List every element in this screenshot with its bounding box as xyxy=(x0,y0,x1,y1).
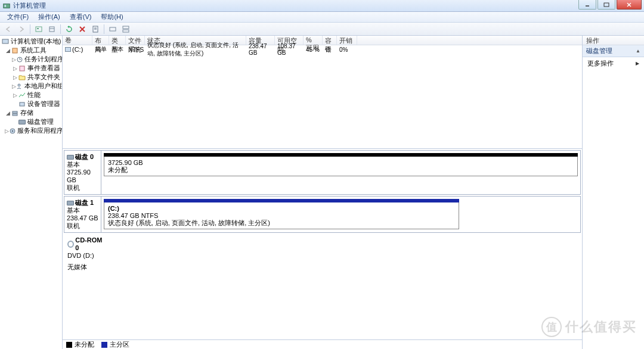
back-button[interactable] xyxy=(2,24,14,35)
col-percent[interactable]: % 可用 xyxy=(304,36,323,45)
toolbar xyxy=(0,23,644,36)
computer-icon xyxy=(1,38,10,46)
disk-icon xyxy=(67,155,74,160)
cd-icon xyxy=(67,241,74,248)
svg-rect-18 xyxy=(2,39,8,43)
close-button[interactable] xyxy=(617,0,642,10)
event-icon xyxy=(18,64,26,73)
toolbar-separator xyxy=(60,24,61,34)
svg-rect-27 xyxy=(13,114,17,116)
delete-button[interactable] xyxy=(76,24,88,35)
legend-primary: 主分区 xyxy=(101,340,129,349)
app-icon xyxy=(2,2,11,10)
minimize-button[interactable] xyxy=(578,0,596,10)
expand-icon[interactable]: ▷ xyxy=(12,74,18,80)
perf-icon xyxy=(18,91,26,99)
svg-rect-8 xyxy=(49,27,54,32)
volume-icon xyxy=(65,47,71,52)
collapse-icon: ▲ xyxy=(636,48,640,54)
toolbar-separator xyxy=(104,24,104,34)
tools-icon xyxy=(11,46,19,55)
tree-diskmgmt[interactable]: 磁盘管理 xyxy=(0,117,62,126)
actions-more[interactable]: 更多操作 ▶ xyxy=(583,57,644,70)
tree-services[interactable]: ▷ 服务和应用程序 xyxy=(0,126,62,135)
svg-point-29 xyxy=(12,130,14,132)
tree-systools[interactable]: ◢ 系统工具 xyxy=(0,46,62,55)
svg-rect-15 xyxy=(110,27,116,31)
expand-icon[interactable]: ▷ xyxy=(12,66,18,71)
svg-rect-17 xyxy=(123,30,129,32)
disk-1-partition-c[interactable]: (C:) 238.47 GB NTFS 状态良好 (系统, 启动, 页面文件, … xyxy=(104,199,459,229)
tree-root[interactable]: 计算机管理(本地) xyxy=(0,37,62,46)
svg-rect-25 xyxy=(20,102,24,106)
actions-panel: 操作 磁盘管理 ▲ 更多操作 ▶ xyxy=(583,36,644,349)
svg-rect-26 xyxy=(13,111,17,113)
volume-row[interactable]: (C:) 简单 基本 NTFS 状态良好 (系统, 启动, 页面文件, 活动, … xyxy=(63,45,582,54)
disk-1-info: 磁盘 1 基本 238.47 GB 联机 xyxy=(64,197,101,232)
legend: 未分配 主分区 xyxy=(63,339,582,349)
svg-rect-3 xyxy=(604,3,609,7)
submenu-icon: ▶ xyxy=(636,61,639,66)
menu-help[interactable]: 帮助(H) xyxy=(96,11,128,23)
toolbar-icon-1[interactable] xyxy=(33,24,45,35)
svg-point-24 xyxy=(18,84,20,86)
task-icon xyxy=(16,55,23,64)
menu-file[interactable]: 文件(F) xyxy=(2,11,33,23)
toolbar-separator xyxy=(30,24,30,34)
legend-unallocated: 未分配 xyxy=(66,340,94,349)
col-overhead[interactable]: 开销 xyxy=(337,36,357,45)
expand-icon[interactable]: ▷ xyxy=(5,128,9,134)
col-volume[interactable]: 卷 xyxy=(63,36,92,45)
title-bar: 计算机管理 xyxy=(0,0,644,12)
svg-rect-16 xyxy=(123,26,129,29)
disk-icon xyxy=(67,201,74,205)
services-icon xyxy=(9,127,16,135)
center-panel: 卷 布局 类型 文件系统 状态 容量 可用空间 % 可用 容错 开销 (C:) … xyxy=(63,36,583,349)
tree-perf[interactable]: ▷ 性能 xyxy=(0,91,62,99)
folder-icon xyxy=(18,73,26,82)
svg-rect-19 xyxy=(13,48,17,53)
svg-rect-23 xyxy=(20,66,24,71)
menu-action[interactable]: 操作(A) xyxy=(33,11,65,23)
svg-rect-7 xyxy=(37,28,39,29)
disk-icon xyxy=(18,118,26,126)
menu-view[interactable]: 查看(V) xyxy=(65,11,97,23)
properties-button[interactable] xyxy=(89,24,101,35)
disk-0-row[interactable]: 磁盘 0 基本 3725.90 GB 联机 3725.90 GB 未分配 xyxy=(64,150,581,195)
disk-graphical-area: 磁盘 0 基本 3725.90 GB 联机 3725.90 GB 未分配 xyxy=(63,149,582,349)
expand-icon[interactable]: ▷ xyxy=(12,92,18,98)
volume-list: 卷 布局 类型 文件系统 状态 容量 可用空间 % 可用 容错 开销 (C:) … xyxy=(63,36,582,149)
menu-bar: 文件(F) 操作(A) 查看(V) 帮助(H) xyxy=(0,12,644,23)
svg-rect-0 xyxy=(4,4,10,8)
col-layout[interactable]: 布局 xyxy=(92,36,109,45)
cdrom-info: CD-ROM 0 DVD (D:) 无媒体 xyxy=(67,236,104,271)
tree-panel: 计算机管理(本地) ◢ 系统工具 ▷ 任务计划程序 ▷ 事件查看器 ▷ 共享文件… xyxy=(0,36,63,349)
col-fault[interactable]: 容错 xyxy=(323,36,337,45)
tree-task[interactable]: ▷ 任务计划程序 xyxy=(0,55,62,64)
tree-event[interactable]: ▷ 事件查看器 xyxy=(0,64,62,73)
svg-rect-1 xyxy=(5,5,7,7)
collapse-icon[interactable]: ◢ xyxy=(5,48,11,54)
actions-section-diskmgmt[interactable]: 磁盘管理 ▲ xyxy=(583,45,644,57)
forward-button[interactable] xyxy=(16,24,27,35)
view-icon-1[interactable] xyxy=(107,24,119,35)
tree-users[interactable]: ▷ 本地用户和组 xyxy=(0,82,62,91)
col-filesystem[interactable]: 文件系统 xyxy=(126,36,145,45)
users-icon xyxy=(16,82,23,91)
maximize-button[interactable] xyxy=(597,0,615,10)
expand-icon[interactable]: ▷ xyxy=(12,57,16,63)
tree-devmgr[interactable]: 设备管理器 xyxy=(0,99,62,108)
collapse-icon[interactable]: ◢ xyxy=(5,110,11,116)
tree-shared[interactable]: ▷ 共享文件夹 xyxy=(0,73,62,82)
col-type[interactable]: 类型 xyxy=(109,36,126,45)
device-icon xyxy=(18,100,26,108)
view-icon-2[interactable] xyxy=(120,24,132,35)
storage-icon xyxy=(11,109,19,117)
disk-0-partition-unallocated[interactable]: 3725.90 GB 未分配 xyxy=(104,153,578,176)
toolbar-icon-2[interactable] xyxy=(46,24,58,35)
disk-1-row[interactable]: 磁盘 1 基本 238.47 GB 联机 (C:) 238.47 GB NTFS… xyxy=(64,196,581,233)
tree-storage[interactable]: ◢ 存储 xyxy=(0,108,62,117)
refresh-button[interactable] xyxy=(63,24,75,35)
expand-icon[interactable]: ▷ xyxy=(12,83,16,89)
cdrom-row[interactable]: CD-ROM 0 DVD (D:) 无媒体 xyxy=(64,234,581,273)
